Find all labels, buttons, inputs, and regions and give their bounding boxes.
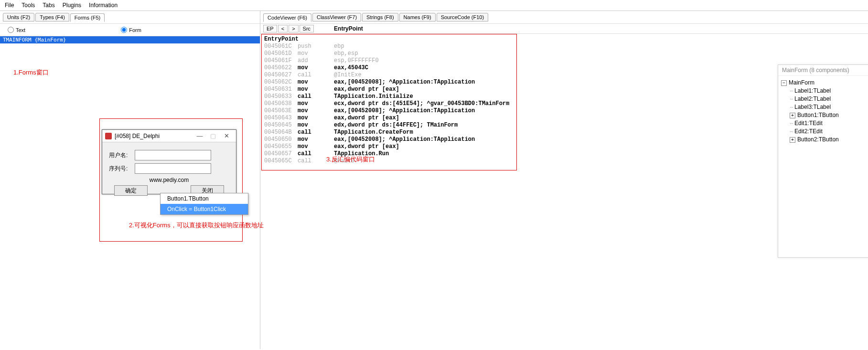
tree-leaf-icon: ···	[790, 103, 793, 111]
menu-information[interactable]: Information	[89, 2, 118, 9]
ep-button[interactable]: EP	[263, 25, 277, 32]
code-subbar: EP < > Src EntryPoint	[260, 24, 868, 34]
tree-item[interactable]: ···Label2:TLabel	[781, 95, 868, 103]
form-list-item-mainform[interactable]: TMAINFORM {MainForm}	[0, 36, 260, 43]
nav-back-button[interactable]: <	[278, 25, 288, 32]
label-website: www.pediy.com	[109, 177, 229, 183]
nav-forward-button[interactable]: >	[289, 25, 298, 32]
menu-tools[interactable]: Tools	[21, 2, 35, 9]
form-view-mode: Text Form	[0, 24, 260, 36]
annotation-3: 3.反汇编代码窗口	[326, 155, 375, 164]
tree-leaf-icon: ···	[790, 127, 793, 136]
tree-leaf-icon: ···	[790, 119, 793, 127]
components-panel: MainForm (8 components) −MainForm···Labe…	[778, 64, 868, 258]
tree-leaf-icon: ···	[790, 95, 793, 103]
form-title: [#058] DE_Delphi	[115, 133, 193, 139]
right-tabs: CodeViewer (F6) ClassViewer (F7) Strings…	[260, 11, 868, 24]
tree-item[interactable]: ···Edit1:TEdit	[781, 119, 868, 127]
left-tabs: Units (F2) Types (F4) Forms (F5)	[0, 11, 260, 24]
input-username[interactable]	[135, 150, 211, 160]
annotation-1: 1.Forms窗口	[13, 68, 49, 77]
tab-strings[interactable]: Strings (F8)	[362, 13, 398, 21]
tab-names[interactable]: Names (F9)	[399, 13, 436, 21]
context-item-onclick[interactable]: OnClick = Button1Click	[161, 204, 248, 214]
tree-item-label: Edit1:TEdit	[794, 119, 823, 127]
components-header: MainForm (8 components)	[778, 65, 868, 76]
form-preview: [#058] DE_Delphi — ▢ ✕ 用户名: 序列号: www.ped…	[102, 129, 236, 194]
tree-item-label: Edit2:TEdit	[794, 127, 823, 136]
maximize-button[interactable]: ▢	[206, 132, 220, 139]
tab-codeviewer[interactable]: CodeViewer (F6)	[263, 13, 311, 22]
ok-button[interactable]: 确定	[114, 185, 148, 196]
form-titlebar: [#058] DE_Delphi — ▢ ✕	[102, 130, 236, 142]
menu-file[interactable]: File	[5, 2, 14, 9]
context-menu: Button1.TButton OnClick = Button1Click	[160, 193, 248, 215]
tree-collapse-icon[interactable]: −	[781, 80, 787, 86]
tree-leaf-icon: ···	[790, 87, 793, 95]
tree-item-label: Label1:TLabel	[794, 87, 831, 95]
tree-root[interactable]: MainForm	[789, 79, 814, 87]
form-list: TMAINFORM {MainForm}	[0, 36, 260, 44]
tree-item[interactable]: ···Label3:TLabel	[781, 103, 868, 111]
annotation-2: 2.可视化Forms，可以直接获取按钮响应函数地址	[129, 221, 264, 230]
tree-item-label: Label2:TLabel	[794, 95, 831, 103]
components-tree[interactable]: −MainForm···Label1:TLabel···Label2:TLabe…	[778, 76, 868, 147]
tab-units[interactable]: Units (F2)	[3, 13, 34, 21]
input-serial[interactable]	[135, 163, 211, 174]
label-username: 用户名:	[109, 151, 132, 159]
radio-text-label: Text	[16, 27, 25, 33]
form-icon	[105, 133, 112, 139]
minimize-button[interactable]: —	[193, 132, 206, 139]
tree-item-label: Button2:TButton	[797, 136, 839, 144]
tab-types[interactable]: Types (F4)	[35, 13, 69, 21]
entrypoint-label: EntryPoint	[334, 25, 363, 32]
tab-forms[interactable]: Forms (F5)	[70, 13, 105, 22]
menu-tabs[interactable]: Tabs	[43, 2, 54, 9]
left-pane: Units (F2) Types (F4) Forms (F5) Text Fo…	[0, 11, 260, 349]
tree-expand-icon[interactable]: +	[790, 137, 795, 143]
menu-plugins[interactable]: Plugins	[63, 2, 81, 9]
src-button[interactable]: Src	[300, 25, 314, 32]
tree-expand-icon[interactable]: +	[790, 113, 795, 118]
tree-item[interactable]: ···Label1:TLabel	[781, 87, 868, 95]
right-pane: CodeViewer (F6) ClassViewer (F7) Strings…	[260, 11, 868, 349]
radio-form-label: Form	[129, 27, 141, 33]
label-serial: 序列号:	[109, 165, 132, 173]
tab-sourcecode[interactable]: SourceCode (F10)	[437, 13, 489, 21]
tree-item-label: Label3:TLabel	[794, 103, 831, 111]
radio-text[interactable]: Text	[8, 27, 25, 33]
tree-item[interactable]: +Button1:TButton	[781, 111, 868, 119]
tree-item[interactable]: ···Edit2:TEdit	[781, 127, 868, 136]
radio-form[interactable]: Form	[121, 27, 141, 33]
redbox-code	[261, 34, 517, 170]
tab-classviewer[interactable]: ClassViewer (F7)	[312, 13, 361, 21]
context-item-button1[interactable]: Button1.TButton	[161, 193, 248, 204]
tree-item-label: Button1:TButton	[797, 111, 839, 119]
tree-item[interactable]: +Button2:TButton	[781, 136, 868, 144]
close-button[interactable]: ✕	[220, 132, 233, 139]
menubar: File Tools Tabs Plugins Information	[0, 0, 868, 11]
